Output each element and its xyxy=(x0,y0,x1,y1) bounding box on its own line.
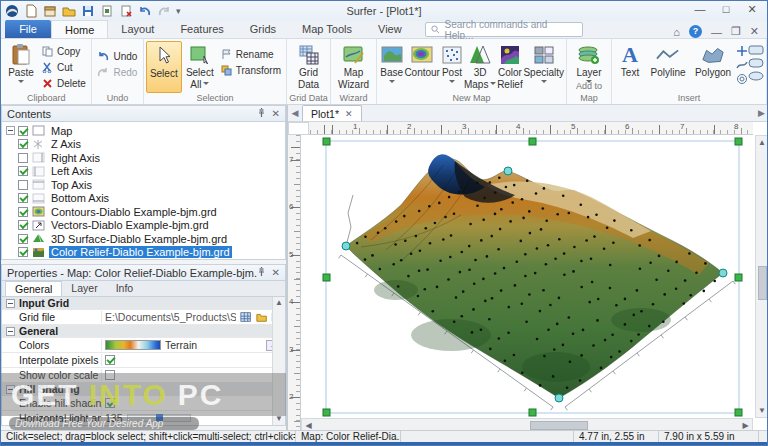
new-window-icon[interactable] xyxy=(43,4,57,18)
checkbox[interactable] xyxy=(18,180,28,190)
expander-icon[interactable] xyxy=(6,126,15,135)
post-map-button[interactable]: Post xyxy=(440,41,464,93)
vertical-scrollbar[interactable]: ▲ ▼ xyxy=(755,135,768,418)
rename-button[interactable]: Rename xyxy=(218,47,284,62)
tree-item-color-relief[interactable]: Color Relief-Diablo Example-bjm.grd xyxy=(2,246,285,260)
checkbox[interactable] xyxy=(105,370,115,380)
base-map-button[interactable]: Base xyxy=(379,41,404,93)
tab-scroll-left-icon[interactable]: ◀ xyxy=(288,105,302,121)
tab-general[interactable]: General xyxy=(5,281,62,296)
undo-button[interactable]: Undo xyxy=(94,49,140,64)
grid-data-button[interactable]: Grid Data xyxy=(289,41,328,93)
insert-spline-icon[interactable] xyxy=(736,60,748,70)
tree-item-contours[interactable]: Contours-Diablo Example-bjm.grd xyxy=(2,205,285,219)
transform-button[interactable]: Transform xyxy=(218,63,284,78)
specialty-button[interactable]: Specialty xyxy=(523,41,564,93)
checkbox[interactable] xyxy=(18,139,28,149)
new-file-icon[interactable] xyxy=(24,4,38,18)
grid-file-icon[interactable] xyxy=(240,311,251,323)
checkbox[interactable] xyxy=(105,398,115,408)
close-button[interactable]: ✕ xyxy=(739,1,765,19)
copy-button[interactable]: Copy xyxy=(39,44,89,59)
insert-rectangle-icon[interactable] xyxy=(748,45,764,55)
open-icon[interactable] xyxy=(62,4,76,18)
tab-home[interactable]: Home xyxy=(51,20,108,38)
tab-layer[interactable]: Layer xyxy=(62,281,106,296)
file-tab[interactable]: File xyxy=(5,20,51,38)
tree-item-top-axis[interactable]: Top Axis xyxy=(2,178,285,192)
color-relief-button[interactable]: Color Relief xyxy=(496,41,523,93)
scroll-right-icon[interactable]: ▶ xyxy=(739,421,752,430)
section-general[interactable]: General xyxy=(2,325,285,338)
insert-rounded-rect-icon[interactable] xyxy=(748,58,764,68)
section-hill-shading[interactable]: Hill Shading xyxy=(2,383,285,396)
insert-symbol-icon[interactable] xyxy=(736,45,748,57)
help-icon[interactable]: ? xyxy=(689,25,702,38)
doc-close-icon[interactable]: ✕ xyxy=(750,25,759,38)
plot1-document-tab[interactable]: Plot1* ✕ xyxy=(302,105,362,121)
3d-surface-map[interactable] xyxy=(301,135,753,418)
tab-info[interactable]: Info xyxy=(107,281,143,296)
tab-layout[interactable]: Layout xyxy=(108,20,167,38)
home-view-icon[interactable]: ⌂ xyxy=(673,26,680,38)
contents-close-icon[interactable]: ✕ xyxy=(272,108,280,119)
insert-ellipse-icon[interactable] xyxy=(748,71,764,81)
properties-scrollbar[interactable]: ▲▼ xyxy=(272,297,285,425)
tab-close-icon[interactable]: ✕ xyxy=(345,109,353,119)
properties-close-icon[interactable]: ✕ xyxy=(272,267,280,278)
insert-text-button[interactable]: A Text xyxy=(614,41,646,93)
checkbox[interactable] xyxy=(18,153,28,163)
tab-scroll-right-icon[interactable]: ▶ xyxy=(758,105,768,121)
plot-canvas[interactable] xyxy=(301,135,753,432)
scroll-left-icon[interactable]: ◀ xyxy=(302,421,315,430)
search-input[interactable]: Search commands and Help... xyxy=(425,22,583,37)
checkbox[interactable] xyxy=(18,220,28,230)
scroll-down-icon[interactable]: ▼ xyxy=(756,404,768,417)
checkbox[interactable] xyxy=(18,207,28,217)
checkbox[interactable] xyxy=(18,234,28,244)
delete-button[interactable]: Delete xyxy=(39,76,89,91)
pin-icon[interactable] xyxy=(257,108,266,117)
paste-button[interactable]: Paste xyxy=(3,41,39,93)
section-input-grid[interactable]: Input Grid xyxy=(2,297,285,310)
tab-view[interactable]: View xyxy=(365,20,415,38)
tab-grids[interactable]: Grids xyxy=(237,20,289,38)
tree-item-vectors[interactable]: Vectors-Diablo Example-bjm.grd xyxy=(2,219,285,233)
minimize-button[interactable]: — xyxy=(687,1,713,19)
scroll-up-icon[interactable]: ▲ xyxy=(756,136,768,149)
qat-customize-icon[interactable]: ▾ xyxy=(176,6,181,16)
open-file-icon[interactable] xyxy=(256,311,267,323)
select-all-button[interactable]: Select All xyxy=(182,41,218,93)
cut-button[interactable]: Cut xyxy=(39,60,89,75)
insert-circle-icon[interactable] xyxy=(736,73,748,85)
tab-features[interactable]: Features xyxy=(167,20,236,38)
checkbox[interactable] xyxy=(18,247,28,257)
pin-icon[interactable] xyxy=(257,267,266,276)
checkbox[interactable] xyxy=(18,166,28,176)
tree-item-map[interactable]: Map xyxy=(2,124,285,138)
contour-map-button[interactable]: Contour xyxy=(404,41,440,93)
insert-polygon-button[interactable]: Polygon xyxy=(690,41,736,93)
terrain-colormap-swatch[interactable] xyxy=(105,340,161,350)
doc-minimize-icon[interactable]: — xyxy=(711,26,722,38)
save-icon[interactable] xyxy=(81,4,95,18)
3d-maps-button[interactable]: 3D Maps xyxy=(464,41,496,93)
close-doc-icon[interactable] xyxy=(119,4,133,18)
tree-item-left-axis[interactable]: Left Axis xyxy=(2,165,285,179)
checkbox[interactable] xyxy=(18,126,28,136)
undo-icon[interactable] xyxy=(138,4,152,18)
checkbox[interactable] xyxy=(105,355,115,365)
tree-item-right-axis[interactable]: Right Axis xyxy=(2,151,285,165)
tree-item-z-axis[interactable]: Z Axis xyxy=(2,138,285,152)
insert-polyline-button[interactable]: Polyline xyxy=(646,41,690,93)
slider-thumb[interactable] xyxy=(156,414,163,422)
map-wizard-button[interactable]: Map Wizard xyxy=(333,41,374,93)
doc-restore-icon[interactable]: ❐ xyxy=(731,25,741,38)
hscroll-thumb[interactable] xyxy=(530,421,588,430)
tree-item-3d-surface[interactable]: 3D Surface-Diablo Example-bjm.grd xyxy=(2,232,285,246)
select-button[interactable]: Select xyxy=(146,41,182,93)
maximize-button[interactable]: □ xyxy=(713,1,739,19)
tree-item-bottom-axis[interactable]: Bottom Axis xyxy=(2,192,285,206)
checkbox[interactable] xyxy=(18,193,28,203)
vscroll-thumb[interactable] xyxy=(758,266,767,300)
